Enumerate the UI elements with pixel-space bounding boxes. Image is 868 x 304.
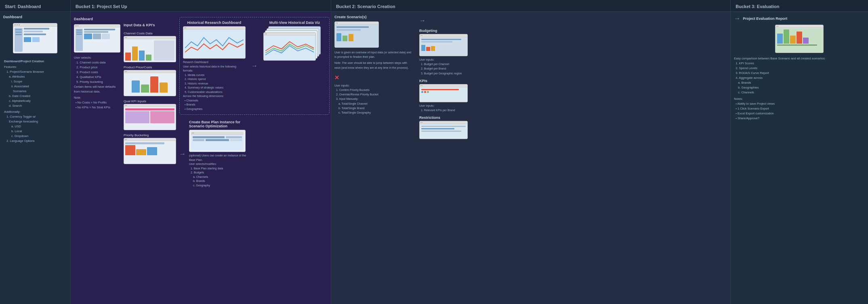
- qk-block2: [150, 111, 174, 123]
- kpis-inputs-text: User inputs: 1. Relevant KPIs per Brand: [419, 103, 498, 112]
- bp-bar4: [206, 139, 229, 141]
- bp-bar3: [193, 139, 204, 141]
- pb-d2: [126, 139, 127, 140]
- dash-rect2: [32, 37, 40, 42]
- create-base-plan-area: → Create Base Plan Instance for Scenario…: [179, 120, 330, 188]
- pp-inner: [124, 73, 176, 96]
- cs-bar1: [336, 33, 341, 41]
- bp-bar1: [193, 136, 225, 138]
- hist-to-multi-arrow: →: [250, 62, 259, 70]
- cs-bar2: [343, 36, 347, 41]
- rs-line2: [421, 128, 455, 129]
- pp-d2: [126, 71, 127, 72]
- er-bar3: [790, 36, 796, 44]
- to-base-plan-arrow: →: [179, 150, 186, 158]
- bg-header: [420, 34, 467, 37]
- dash-bar3: [24, 34, 46, 35]
- base-plan-label: Create Base Plan Instance for Scenario O…: [189, 120, 246, 128]
- d1: [75, 25, 76, 26]
- kp-body: [420, 87, 467, 102]
- b2-create-scenario-col: Create Scenario(s): [334, 15, 415, 301]
- x-marker: ✕: [334, 74, 339, 81]
- b3-description-text: Easy comparison between Base Scenario an…: [734, 55, 865, 122]
- channel-costs-card: [124, 36, 176, 62]
- kpis-card: [419, 84, 468, 102]
- bg-d1: [420, 35, 421, 36]
- eval-report-label: Project Evaluation Report: [743, 17, 787, 21]
- hr-body: [183, 30, 245, 58]
- b3-layout: → Project Evaluation Report: [734, 15, 865, 122]
- qual-kpi-label: Qual KPI Inputs: [124, 99, 176, 103]
- er-bar5: [803, 38, 809, 44]
- b2-restrictions-user-inputs: User inputs: 1. Confirm Priority Buckets…: [334, 83, 415, 115]
- kpis-label: KPIs: [419, 79, 498, 83]
- x-marker-row: ✕: [334, 74, 415, 81]
- bg-bar3: [431, 46, 435, 51]
- pb-block2: [136, 149, 146, 155]
- b2-layout: Create Scenario(s): [334, 15, 727, 301]
- cc-col2: [132, 40, 138, 61]
- pb-d1: [125, 139, 126, 140]
- bg-line1: [421, 39, 461, 40]
- b2-arrow-row: →: [419, 17, 498, 24]
- channel-costs-section: Channel Costs Data: [124, 32, 176, 62]
- input-kpi-label: Input Data & KPI's: [124, 23, 176, 27]
- cc-bar3: [139, 51, 145, 61]
- eval-report-card: [775, 25, 824, 53]
- restrictions-card: [419, 121, 468, 139]
- qk-d2: [126, 105, 127, 106]
- er-header: [776, 25, 823, 28]
- base-plan-card: [189, 130, 246, 152]
- dot1: [15, 24, 16, 25]
- pp-d1: [125, 71, 126, 72]
- pp-bar4: [160, 82, 168, 93]
- qk-bar1: [125, 108, 174, 110]
- rs-line3: [421, 131, 461, 132]
- cs-bar3: [349, 34, 353, 41]
- dot2: [17, 24, 18, 25]
- multi-view-cards: [263, 26, 326, 63]
- bucket-2-content: Create Scenario(s): [331, 12, 730, 304]
- qk-d1: [125, 105, 126, 106]
- start-dashboard-card: [13, 23, 57, 53]
- kp-d2: [422, 85, 422, 86]
- b1-dashboard-label: Dashboard: [74, 17, 120, 21]
- cc-col3: [139, 40, 145, 61]
- multi-view-section: Multi-View Historical Data Viz: [263, 21, 326, 63]
- kp-dot3: [427, 91, 429, 93]
- bp-bar5: [230, 139, 242, 141]
- multi-view-label: Multi-View Historical Data Viz: [263, 21, 326, 25]
- mv-d2: [266, 34, 267, 34]
- hr-d2: [185, 27, 186, 28]
- qual-kpi-card: [124, 104, 176, 130]
- bucket-3: Bucket 3: Evaluation → Project Evaluatio…: [731, 0, 868, 304]
- bucket-1-header: Bucket 1: Project Set Up: [71, 0, 331, 12]
- bp-body: [191, 135, 244, 150]
- create-scenario-label: Create Scenario(s): [334, 15, 415, 19]
- rs-header: [420, 121, 467, 124]
- kp-header: [420, 84, 467, 87]
- cs-body: [335, 25, 378, 47]
- mv-card-front: [263, 32, 316, 61]
- cc-bar1: [125, 53, 131, 61]
- mv-front-body: [264, 36, 315, 60]
- cc-bar4: [146, 55, 151, 61]
- qk-block1: [125, 111, 149, 123]
- bg-bar1: [421, 45, 425, 51]
- cs-d1: [336, 23, 336, 23]
- bucket-start: Start: Dashboard Dashboard: [0, 0, 71, 304]
- budgeting-label: Budgeting: [419, 29, 498, 33]
- dash-sidebar: [15, 28, 23, 52]
- mv-front-header: [264, 33, 315, 36]
- b3-title-row: → Project Evaluation Report: [734, 15, 865, 22]
- kp-d1: [420, 85, 421, 86]
- rs-body: [420, 124, 467, 139]
- product-price-card: [124, 70, 176, 96]
- historical-research-label: Historical Research Dashboard: [183, 21, 246, 25]
- rs-line1: [421, 126, 466, 127]
- b1-right-section: Historical Research Dashboard: [179, 15, 330, 301]
- product-price-section: Product Price/Costs: [124, 65, 176, 96]
- dot3: [19, 24, 20, 25]
- base-plan-section: Create Base Plan Instance for Scenario O…: [189, 120, 248, 188]
- bucket-2: Bucket 2: Scenario Creation Create Scena…: [331, 0, 731, 304]
